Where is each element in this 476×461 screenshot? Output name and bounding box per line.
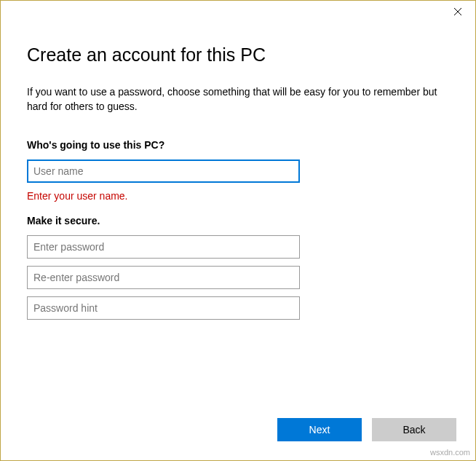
password-hint-input[interactable]: [27, 296, 300, 320]
back-button[interactable]: Back: [372, 418, 456, 441]
content-area: Create an account for this PC If you wan…: [1, 23, 475, 418]
username-input[interactable]: [27, 159, 300, 183]
create-account-window: Create an account for this PC If you wan…: [0, 0, 476, 461]
password-section-label: Make it secure.: [27, 215, 449, 226]
next-button[interactable]: Next: [277, 418, 362, 441]
page-description: If you want to use a password, choose so…: [27, 84, 449, 114]
password-input[interactable]: [27, 235, 300, 259]
close-button[interactable]: [451, 4, 465, 19]
footer: Next Back: [1, 418, 475, 460]
page-title: Create an account for this PC: [27, 44, 449, 66]
titlebar: [1, 1, 475, 23]
watermark: wsxdn.com: [430, 448, 470, 457]
close-icon: [454, 8, 461, 15]
username-error: Enter your user name.: [27, 190, 449, 202]
username-section-label: Who's going to use this PC?: [27, 139, 449, 151]
confirm-password-input[interactable]: [27, 266, 300, 289]
